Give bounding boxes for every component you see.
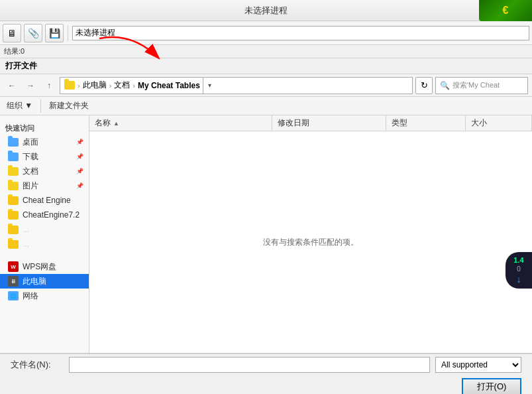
sidebar-item-folder1[interactable]: ... <box>0 222 89 237</box>
pin-icon-documents: 📌 <box>76 168 83 174</box>
ce-letter: € <box>503 5 509 17</box>
search-box[interactable]: 🔍 搜索'My Cheat <box>435 77 528 94</box>
title-bar: 未选择进程 € <box>0 0 532 21</box>
search-icon: 🔍 <box>440 81 450 90</box>
pc-icon: 🖥 <box>8 276 19 287</box>
filename-row: 文件名(N): All supported <box>11 357 521 373</box>
scroll-widget[interactable]: 1.4 0 ↓ <box>505 252 532 289</box>
sidebar-item-documents[interactable]: 文档 📌 <box>0 164 89 178</box>
monitor-icon-btn[interactable]: 🖥 <box>3 24 21 42</box>
col-header-size[interactable]: 大小 <box>466 115 532 131</box>
toolbar2-sep <box>40 99 41 113</box>
folder1-icon <box>8 226 19 234</box>
toolbar-separator <box>68 25 68 41</box>
breadcrumb-folder-icon <box>64 81 75 90</box>
pictures-folder-icon <box>8 182 19 190</box>
pin-icon-downloads: 📌 <box>76 153 83 160</box>
sidebar-item-cheat-engine-72[interactable]: CheatEngine7.2 <box>0 208 89 222</box>
col-type-label: 类型 <box>392 117 407 129</box>
attach-btn[interactable]: 📎 <box>24 24 42 42</box>
breadcrumb-docs[interactable]: 文档 <box>114 80 130 91</box>
sidebar: 快速访问 桌面 📌 下载 📌 文档 📌 图片 📌 <box>0 115 89 353</box>
filename-input[interactable] <box>69 357 430 373</box>
file-toolbar: 组织 ▼ 新建文件夹 <box>0 97 532 115</box>
cheat-engine72-folder-icon <box>8 211 19 220</box>
sidebar-label-network: 网络 <box>23 291 38 302</box>
results-label: 结果:0 <box>4 46 25 56</box>
main-content: 快速访问 桌面 📌 下载 📌 文档 📌 图片 📌 <box>0 115 532 353</box>
dialog-title-text: 打开文件 <box>5 60 37 72</box>
forward-btn[interactable]: → <box>23 78 38 94</box>
filename-label: 文件名(N): <box>11 359 64 371</box>
window-title: 未选择进程 <box>244 5 288 17</box>
open-button[interactable]: 打开(O) <box>462 378 521 394</box>
quick-access-section: 快速访问 桌面 📌 下载 📌 文档 📌 图片 📌 <box>0 121 89 251</box>
filetype-select[interactable]: All supported <box>435 357 521 373</box>
scroll-number: 1.4 <box>513 256 523 264</box>
sidebar-item-pc[interactable]: 🖥 此电脑 <box>0 274 89 289</box>
sidebar-label-pc: 此电脑 <box>23 276 46 287</box>
pin-icon-desktop: 📌 <box>76 139 83 145</box>
quick-access-header: 快速访问 <box>0 121 89 135</box>
empty-message: 没有与搜索条件匹配的项。 <box>263 237 358 248</box>
ce-logo: € <box>479 0 532 21</box>
sort-arrow: ▲ <box>113 120 119 127</box>
col-header-name[interactable]: 名称 ▲ <box>89 115 272 131</box>
dialog-title-bar: 打开文件 <box>0 58 532 74</box>
results-bar: 结果:0 <box>0 45 532 58</box>
search-placeholder: 搜索'My Cheat <box>452 80 500 90</box>
save-btn[interactable]: 💾 <box>45 24 64 42</box>
new-folder-btn[interactable]: 新建文件夹 <box>46 98 91 114</box>
sidebar-label-pictures: 图片 <box>23 180 38 192</box>
sidebar-item-network[interactable]: 🌐 网络 <box>0 289 89 303</box>
address-bar: ← → ↑ › 此电脑 › 文档 › My Cheat Tables ▾ ↻ 🔍… <box>0 74 532 97</box>
sidebar-label-folder2: ... <box>23 239 29 249</box>
sidebar-label-desktop: 桌面 <box>23 137 38 148</box>
col-name-label: 名称 <box>95 117 111 129</box>
sidebar-item-downloads[interactable]: 下载 📌 <box>0 149 89 164</box>
sidebar-item-folder2[interactable]: ... <box>0 237 89 251</box>
file-header: 名称 ▲ 修改日期 类型 大小 <box>89 115 532 131</box>
breadcrumb-dropdown[interactable]: ▾ <box>203 77 216 94</box>
sidebar-item-desktop[interactable]: 桌面 📌 <box>0 135 89 149</box>
back-btn[interactable]: ← <box>4 78 20 94</box>
scroll-sub: 0 <box>517 265 521 273</box>
col-date-label: 修改日期 <box>278 117 309 129</box>
sidebar-label-documents: 文档 <box>23 166 38 177</box>
folder2-icon <box>8 240 19 249</box>
bottom-bar: 文件名(N): All supported 打开(O) <box>0 353 532 394</box>
wps-icon: W <box>8 261 19 272</box>
process-display: 未选择进程 <box>72 26 529 40</box>
breadcrumb-area: › 此电脑 › 文档 › My Cheat Tables ▾ <box>60 77 413 94</box>
action-row: 打开(O) <box>11 378 521 394</box>
file-list: 没有与搜索条件匹配的项。 <box>89 131 532 353</box>
process-label: 未选择进程 <box>76 27 115 38</box>
organize-btn[interactable]: 组织 ▼ <box>4 98 35 114</box>
sidebar-label-wps: WPS网盘 <box>23 261 56 273</box>
file-area: 名称 ▲ 修改日期 类型 大小 没有与搜索条件匹配的项。 <box>89 115 532 353</box>
sidebar-item-pictures[interactable]: 图片 📌 <box>0 178 89 193</box>
scroll-down-icon[interactable]: ↓ <box>517 274 521 285</box>
sidebar-label-downloads: 下载 <box>23 151 38 163</box>
desktop-folder-icon <box>8 138 19 147</box>
sidebar-label-cheat-engine-72: CheatEngine7.2 <box>23 210 80 220</box>
pin-icon-pictures: 📌 <box>76 182 83 189</box>
main-toolbar: 🖥 📎 💾 未选择进程 <box>0 21 532 45</box>
breadcrumb-current[interactable]: My Cheat Tables <box>138 81 200 90</box>
col-header-type[interactable]: 类型 <box>386 115 466 131</box>
downloads-folder-icon <box>8 153 19 161</box>
up-btn[interactable]: ↑ <box>41 78 57 94</box>
network-icon: 🌐 <box>8 291 19 300</box>
breadcrumb-pc[interactable]: 此电脑 <box>83 80 107 91</box>
col-header-date[interactable]: 修改日期 <box>272 115 386 131</box>
sidebar-label-cheat-engine: Cheat Engine <box>23 196 71 205</box>
col-size-label: 大小 <box>471 117 487 129</box>
sidebar-label-folder1: ... <box>23 225 29 234</box>
refresh-btn[interactable]: ↻ <box>415 77 433 94</box>
sidebar-item-cheat-engine[interactable]: Cheat Engine <box>0 193 89 208</box>
documents-folder-icon <box>8 167 19 176</box>
cheat-engine-folder-icon <box>8 196 19 205</box>
sidebar-item-wps[interactable]: W WPS网盘 <box>0 259 89 274</box>
